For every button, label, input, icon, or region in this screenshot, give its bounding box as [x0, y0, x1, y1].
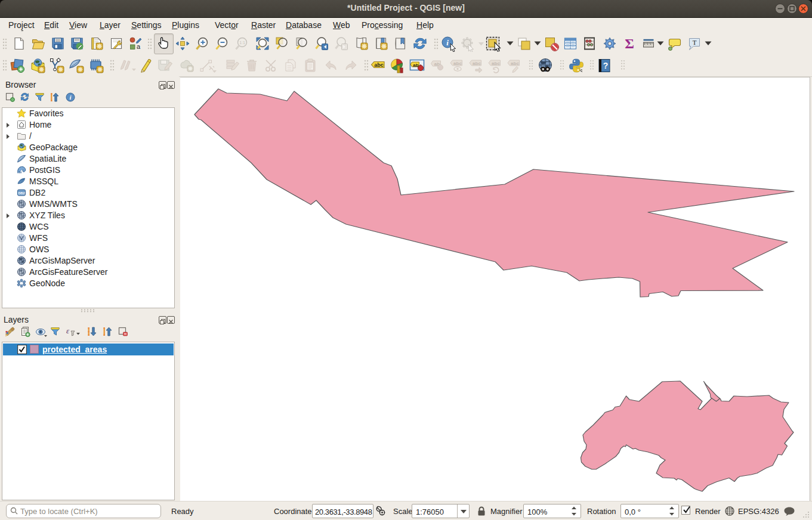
svg-text:abc: abc: [473, 61, 481, 66]
svg-text:?: ?: [603, 61, 609, 70]
svg-text:a: a: [137, 43, 141, 50]
svg-text:ε: ε: [66, 326, 70, 335]
svg-text:Σ: Σ: [625, 36, 634, 51]
svg-text:abc: abc: [453, 61, 462, 66]
svg-text:abc: abc: [492, 61, 500, 66]
svg-text:T: T: [693, 39, 697, 46]
svg-text:abc: abc: [511, 61, 519, 66]
svg-text:i: i: [446, 38, 449, 47]
svg-text:1:1: 1:1: [239, 41, 245, 45]
svg-text:abc: abc: [374, 62, 384, 68]
svg-text:DB2: DB2: [18, 191, 24, 195]
